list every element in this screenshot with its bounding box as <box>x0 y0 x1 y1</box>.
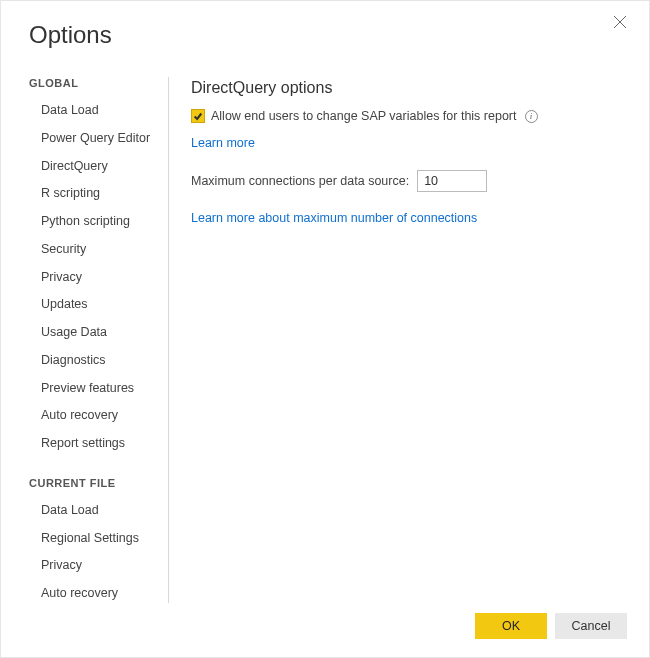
allow-sap-variables-label: Allow end users to change SAP variables … <box>211 109 517 123</box>
allow-sap-variables-row: Allow end users to change SAP variables … <box>191 109 627 123</box>
dialog-title: Options <box>29 21 627 49</box>
sidebar-item-usage-data[interactable]: Usage Data <box>29 319 160 346</box>
sidebar-item-directquery[interactable]: DirectQuery <box>29 153 160 180</box>
close-icon <box>613 15 627 29</box>
ok-button[interactable]: OK <box>475 613 547 639</box>
dialog-footer: OK Cancel <box>29 603 627 639</box>
sidebar-item-diagnostics[interactable]: Diagnostics <box>29 347 160 374</box>
sidebar-item-security[interactable]: Security <box>29 236 160 263</box>
info-icon[interactable]: i <box>525 110 538 123</box>
sidebar-header-current-file: CURRENT FILE <box>29 477 160 489</box>
options-dialog: Options GLOBAL Data LoadPower Query Edit… <box>0 0 650 658</box>
sidebar-item-power-query-editor[interactable]: Power Query Editor <box>29 125 160 152</box>
sidebar-item-data-load[interactable]: Data Load <box>29 97 160 124</box>
sidebar-item-data-load[interactable]: Data Load <box>29 497 160 524</box>
learn-more-link[interactable]: Learn more <box>191 136 255 150</box>
sidebar-item-preview-features[interactable]: Preview features <box>29 375 160 402</box>
allow-sap-variables-checkbox[interactable] <box>191 109 205 123</box>
max-connections-input[interactable] <box>417 170 487 192</box>
sidebar-item-r-scripting[interactable]: R scripting <box>29 180 160 207</box>
sidebar-item-auto-recovery[interactable]: Auto recovery <box>29 402 160 429</box>
main-panel: DirectQuery options Allow end users to c… <box>169 77 627 603</box>
sidebar-item-regional-settings[interactable]: Regional Settings <box>29 525 160 552</box>
check-icon <box>193 111 203 121</box>
sidebar-item-updates[interactable]: Updates <box>29 291 160 318</box>
sidebar-header-global: GLOBAL <box>29 77 160 89</box>
sidebar-item-auto-recovery[interactable]: Auto recovery <box>29 580 160 603</box>
close-button[interactable] <box>613 15 631 33</box>
cancel-button[interactable]: Cancel <box>555 613 627 639</box>
panel-heading: DirectQuery options <box>191 79 627 97</box>
max-connections-label: Maximum connections per data source: <box>191 174 409 188</box>
sidebar: GLOBAL Data LoadPower Query EditorDirect… <box>29 77 169 603</box>
sidebar-item-python-scripting[interactable]: Python scripting <box>29 208 160 235</box>
max-connections-row: Maximum connections per data source: <box>191 170 627 192</box>
sidebar-item-privacy[interactable]: Privacy <box>29 552 160 579</box>
dialog-body: GLOBAL Data LoadPower Query EditorDirect… <box>29 77 627 603</box>
sidebar-item-report-settings[interactable]: Report settings <box>29 430 160 457</box>
sidebar-item-privacy[interactable]: Privacy <box>29 264 160 291</box>
learn-more-connections-link[interactable]: Learn more about maximum number of conne… <box>191 211 477 225</box>
